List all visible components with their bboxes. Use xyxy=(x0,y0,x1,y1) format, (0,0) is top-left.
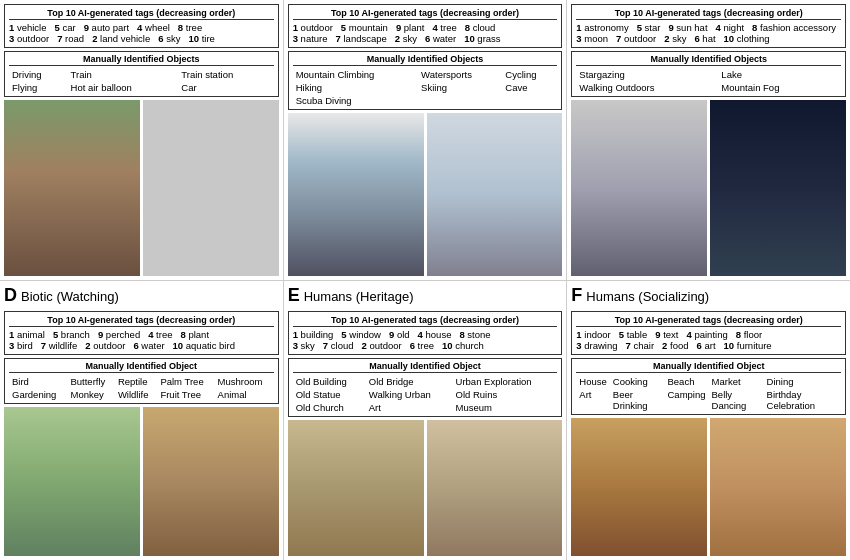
tag-num: 1 xyxy=(576,329,581,340)
tags-row-1: 1 indoor5 table9 text4 painting8 floor xyxy=(576,329,841,340)
tag-num: 6 xyxy=(694,33,699,44)
tag-item: 6 art xyxy=(697,340,716,351)
manual-box: Manually Identified ObjectBirdButterflyR… xyxy=(4,358,279,404)
tags-row-2: 3 sky7 cloud2 outdoor6 tree10 church xyxy=(293,340,558,351)
table-cell: Fruit Tree xyxy=(157,388,214,401)
tag-item: 3 outdoor xyxy=(9,33,49,44)
tag-num: 4 xyxy=(137,22,142,33)
images-row xyxy=(571,100,846,276)
tag-num: 10 xyxy=(442,340,453,351)
image-2 xyxy=(143,100,279,276)
tag-num: 8 xyxy=(752,22,757,33)
tag-item: 1 building xyxy=(293,329,334,340)
tag-num: 8 xyxy=(181,329,186,340)
tag-num: 7 xyxy=(57,33,62,44)
tag-item: 7 cloud xyxy=(323,340,354,351)
tag-num: 7 xyxy=(616,33,621,44)
image-2 xyxy=(427,113,563,276)
table-cell: Walking Outdoors xyxy=(576,81,718,94)
tags-box-title: Top 10 AI-generated tags (decreasing ord… xyxy=(9,8,274,20)
section-letter: D xyxy=(4,285,17,305)
tag-item: 10 grass xyxy=(464,33,500,44)
image-1 xyxy=(4,100,140,276)
tag-item: 2 sky xyxy=(664,33,686,44)
image-1 xyxy=(4,407,140,557)
tags-row-2: 3 bird7 wildlife2 outdoor6 water10 aquat… xyxy=(9,340,274,351)
tag-num: 2 xyxy=(395,33,400,44)
tag-num: 9 xyxy=(668,22,673,33)
image-2 xyxy=(143,407,279,557)
table-cell: Old Church xyxy=(293,401,366,414)
tag-num: 1 xyxy=(9,22,14,33)
tag-item: 8 stone xyxy=(459,329,490,340)
tags-row-1: 1 vehicle5 car9 auto part4 wheel8 tree xyxy=(9,22,274,33)
tag-item: 6 water xyxy=(425,33,456,44)
tag-num: 5 xyxy=(53,329,58,340)
tag-num: 2 xyxy=(362,340,367,351)
image-1 xyxy=(288,113,424,276)
tag-item: 8 cloud xyxy=(465,22,496,33)
tag-num: 10 xyxy=(724,33,735,44)
tag-item: 6 water xyxy=(133,340,164,351)
image-1 xyxy=(288,420,424,557)
tag-num: 8 xyxy=(459,329,464,340)
tag-num: 6 xyxy=(410,340,415,351)
table-cell: Cooking xyxy=(610,375,665,388)
manual-box-title: Manually Identified Objects xyxy=(293,54,558,66)
images-row xyxy=(288,420,563,557)
image-1 xyxy=(571,100,707,276)
table-row: BirdButterflyReptilePalm TreeMushroom xyxy=(9,375,274,388)
table-row: Old ChurchArtMuseum xyxy=(293,401,558,414)
tag-num: 9 xyxy=(396,22,401,33)
tags-box-title: Top 10 AI-generated tags (decreasing ord… xyxy=(293,315,558,327)
tag-item: 5 table xyxy=(619,329,648,340)
manual-box: Manually Identified ObjectHouseCookingBe… xyxy=(571,358,846,415)
table-row: Mountain ClimbingWatersportsCycling xyxy=(293,68,558,81)
tag-num: 7 xyxy=(323,340,328,351)
top-half: Top 10 AI-generated tags (decreasing ord… xyxy=(0,0,850,281)
tag-num: 4 xyxy=(418,329,423,340)
tag-item: 3 drawing xyxy=(576,340,617,351)
tag-num: 3 xyxy=(293,340,298,351)
table-cell: Birthday Celebration xyxy=(764,388,841,412)
table-row: GardeningMonkeyWildlifeFruit TreeAnimal xyxy=(9,388,274,401)
manual-box: Manually Identified ObjectsMountain Clim… xyxy=(288,51,563,110)
table-cell: Beer Drinking xyxy=(610,388,665,412)
tag-item: 8 fashion accessory xyxy=(752,22,836,33)
table-cell: Butterfly xyxy=(67,375,114,388)
table-cell: Lake xyxy=(718,68,830,81)
tag-num: 6 xyxy=(425,33,430,44)
tags-box: Top 10 AI-generated tags (decreasing ord… xyxy=(4,4,279,48)
tag-item: 8 floor xyxy=(736,329,762,340)
tags-row-2: 3 outdoor7 road2 land vehicle6 sky10 tir… xyxy=(9,33,274,44)
tag-item: 10 tire xyxy=(188,33,214,44)
tag-item: 7 landscape xyxy=(336,33,387,44)
tag-num: 1 xyxy=(293,329,298,340)
table-row: ArtBeer DrinkingCampingBelly DancingBirt… xyxy=(576,388,841,412)
section-title: Humans (Socializing) xyxy=(586,289,709,304)
table-cell xyxy=(831,68,842,81)
column-f: FHumans (Socializing)Top 10 AI-generated… xyxy=(567,281,850,561)
tag-item: 7 outdoor xyxy=(616,33,656,44)
column-e: EHumans (Heritage)Top 10 AI-generated ta… xyxy=(284,281,568,561)
table-cell: Car xyxy=(178,81,273,94)
tag-item: 5 car xyxy=(55,22,76,33)
manual-box: Manually Identified ObjectsStargazingLak… xyxy=(571,51,846,97)
tag-num: 4 xyxy=(148,329,153,340)
bottom-half: DBiotic (Watching)Top 10 AI-generated ta… xyxy=(0,281,850,561)
tag-item: 1 astronomy xyxy=(576,22,628,33)
image-2 xyxy=(710,418,846,557)
table-cell: Mountain Fog xyxy=(718,81,830,94)
tag-item: 1 indoor xyxy=(576,329,610,340)
tag-num: 10 xyxy=(173,340,184,351)
tags-row-2: 3 moon7 outdoor2 sky6 hat10 clothing xyxy=(576,33,841,44)
tag-item: 1 outdoor xyxy=(293,22,333,33)
table-cell: Monkey xyxy=(67,388,114,401)
table-cell: Animal xyxy=(215,388,274,401)
tag-num: 4 xyxy=(716,22,721,33)
manual-box: Manually Identified ObjectOld BuildingOl… xyxy=(288,358,563,417)
column-c: Top 10 AI-generated tags (decreasing ord… xyxy=(567,0,850,280)
column-b: Top 10 AI-generated tags (decreasing ord… xyxy=(284,0,568,280)
table-cell: Art xyxy=(576,388,609,412)
table-row: DrivingTrainTrain station xyxy=(9,68,274,81)
